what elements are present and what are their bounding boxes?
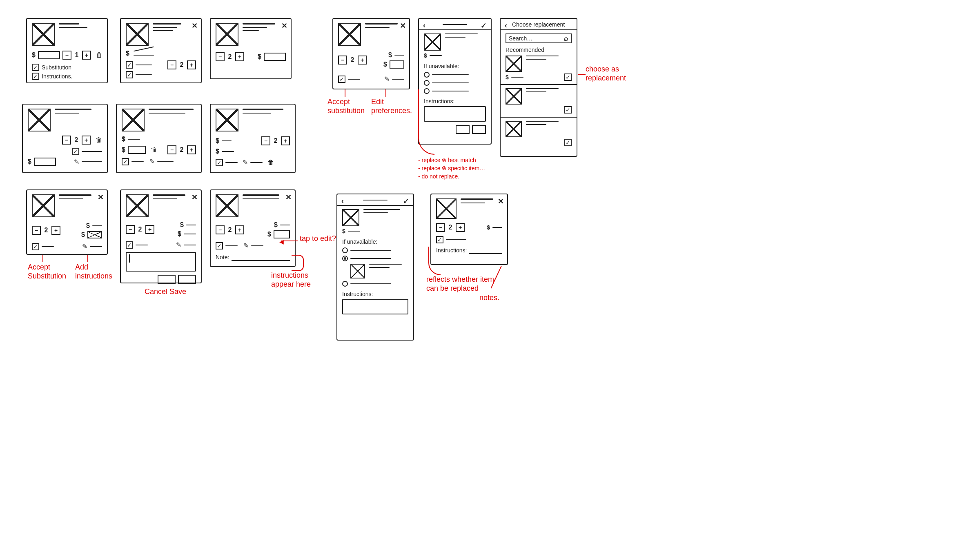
qty-minus-button[interactable]: − (62, 51, 71, 60)
qty-minus-button[interactable]: − (436, 223, 445, 232)
cancel-button[interactable] (158, 275, 176, 284)
trash-icon[interactable] (96, 136, 102, 144)
qty-minus-button[interactable]: − (216, 225, 225, 234)
substitution-checkbox[interactable] (32, 64, 39, 71)
choose-replacement-checkbox[interactable] (564, 73, 572, 81)
annotation-cancel-save: Cancel Save (145, 287, 186, 296)
radio-option[interactable] (424, 80, 430, 86)
cancel-button[interactable] (456, 125, 470, 134)
save-button[interactable] (472, 125, 486, 134)
price-box (128, 146, 146, 154)
back-icon[interactable]: ‹ (341, 197, 344, 205)
search-input[interactable]: Search… (506, 33, 572, 43)
line-scribble (526, 56, 559, 56)
radio-option[interactable] (424, 72, 430, 78)
strikethrough (134, 47, 154, 51)
title-scribble (153, 23, 181, 24)
close-icon[interactable]: ✕ (400, 21, 406, 30)
qty-minus-button[interactable]: − (338, 56, 347, 65)
annotation-arm (345, 89, 345, 97)
qty-value: 2 (227, 53, 233, 60)
title-scribble (243, 23, 275, 24)
checkbox[interactable] (126, 61, 133, 69)
choose-replacement-checkbox[interactable] (564, 106, 572, 114)
line-scribble (136, 74, 152, 75)
qty-value: 2 (448, 224, 453, 231)
edit-icon[interactable] (176, 241, 181, 249)
annotation-notes: notes. (479, 294, 499, 303)
qty-minus-button[interactable]: − (167, 145, 176, 154)
edit-icon[interactable] (74, 158, 79, 166)
qty-minus-button[interactable]: − (167, 60, 176, 69)
qty-plus-button[interactable]: + (187, 145, 196, 154)
close-icon[interactable]: ✕ (285, 193, 292, 202)
qty-plus-button[interactable]: + (281, 136, 290, 145)
radio-option[interactable] (342, 247, 348, 253)
close-icon[interactable]: ✕ (498, 197, 504, 206)
qty-plus-button[interactable]: + (187, 60, 196, 69)
qty-minus-button[interactable]: − (32, 226, 41, 235)
add-instructions-icon[interactable] (82, 243, 87, 250)
currency-symbol: $ (178, 230, 181, 238)
card-b2: $ $ −2+ (116, 104, 202, 173)
edit-icon[interactable] (149, 158, 155, 165)
instructions-heading: Instructions: (342, 291, 408, 297)
product-image (342, 209, 359, 226)
qty-plus-button[interactable]: + (358, 56, 367, 65)
card-b3: $ −2+ $ (210, 104, 296, 173)
qty-plus-button[interactable]: + (82, 51, 91, 60)
instructions-input[interactable] (469, 247, 502, 254)
checkbox[interactable] (122, 158, 129, 165)
qty-plus-button[interactable]: + (235, 52, 244, 61)
checkbox[interactable] (216, 159, 223, 166)
replaceable-checkbox[interactable] (436, 236, 443, 243)
qty-minus-button[interactable]: − (261, 136, 270, 145)
trash-icon[interactable] (267, 159, 274, 166)
close-icon[interactable]: ✕ (192, 193, 198, 202)
qty-plus-button[interactable]: + (145, 225, 154, 234)
annotation-choose-as-replacement: choose as replacement (586, 65, 635, 82)
line-scribble (430, 55, 442, 56)
qty-plus-button[interactable]: + (456, 223, 465, 232)
instructions-textarea[interactable] (342, 299, 408, 314)
edit-icon[interactable] (243, 158, 248, 166)
qty-minus-button[interactable]: − (126, 225, 135, 234)
radio-option-selected[interactable] (342, 256, 348, 261)
checkbox[interactable] (126, 241, 133, 249)
instructions-textarea[interactable] (126, 252, 196, 272)
trash-icon[interactable] (96, 51, 102, 59)
close-icon[interactable]: ✕ (281, 21, 287, 30)
qty-plus-button[interactable]: + (235, 225, 244, 234)
close-icon[interactable]: ✕ (192, 21, 198, 30)
accept-substitution-checkbox[interactable] (32, 243, 39, 250)
qty-plus-button[interactable]: + (51, 226, 60, 235)
choose-replacement-checkbox[interactable] (564, 139, 572, 146)
qty-value: 1 (74, 51, 80, 59)
instructions-checkbox[interactable] (32, 73, 39, 80)
qty-minus-button[interactable]: − (62, 136, 71, 145)
accept-substitution-checkbox[interactable] (338, 76, 345, 83)
note-input[interactable] (232, 254, 290, 261)
qty-minus-button[interactable]: − (216, 52, 225, 61)
title-scribble (243, 109, 283, 110)
confirm-icon[interactable]: ✓ (481, 21, 487, 30)
back-icon[interactable]: ‹ (505, 21, 507, 30)
close-icon[interactable]: ✕ (98, 193, 104, 202)
checkbox[interactable] (72, 148, 79, 155)
line-scribble (250, 162, 263, 163)
line-scribble (526, 124, 546, 125)
replacement-product-image (350, 264, 365, 278)
sheet-titlebar: ‹ ✓ (419, 19, 491, 30)
save-button[interactable] (178, 275, 196, 284)
checkbox[interactable] (126, 71, 133, 78)
radio-option[interactable] (342, 281, 348, 287)
qty-value: 2 (179, 61, 185, 69)
edit-icon[interactable] (243, 242, 249, 249)
back-icon[interactable]: ‹ (423, 21, 425, 30)
qty-plus-button[interactable]: + (82, 136, 91, 145)
confirm-icon[interactable]: ✓ (403, 197, 409, 206)
checkbox[interactable] (216, 242, 223, 249)
text-caret (129, 254, 130, 263)
edit-preferences-icon[interactable] (384, 75, 390, 83)
trash-icon[interactable] (151, 146, 157, 154)
